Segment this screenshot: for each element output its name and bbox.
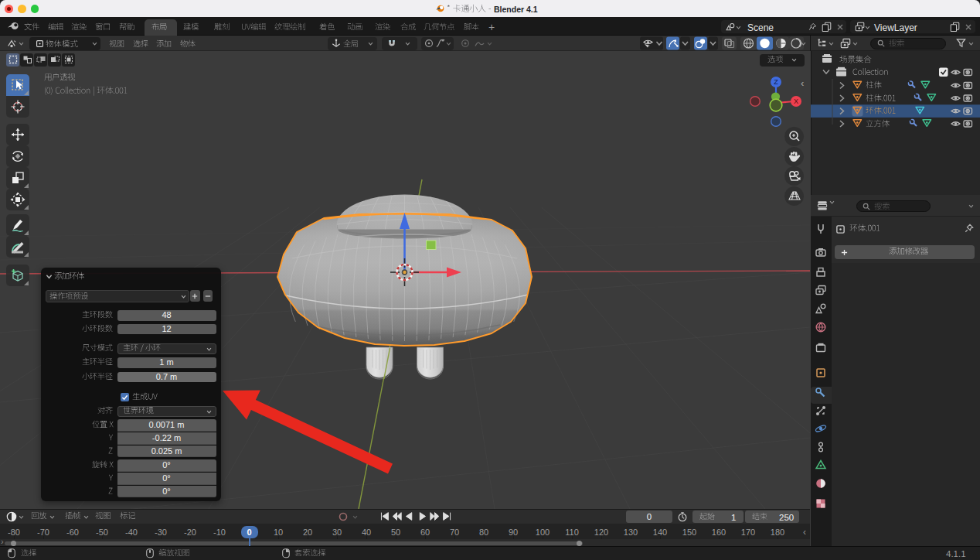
- svg-text:Z: Z: [774, 78, 778, 86]
- svg-text:X: X: [794, 97, 798, 105]
